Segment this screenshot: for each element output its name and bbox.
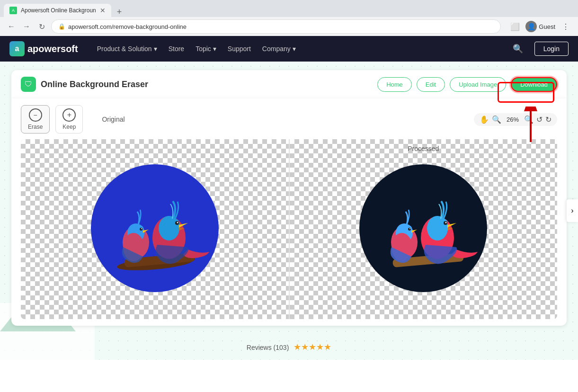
svg-point-20 bbox=[409, 228, 410, 229]
processed-label: Processed bbox=[408, 145, 439, 152]
chevron-down-icon: ▾ bbox=[293, 45, 296, 53]
browser-chrome: A Apowersoft Online Backgroun ✕ + ← → ↻ … bbox=[0, 0, 578, 36]
svg-point-5 bbox=[134, 225, 144, 234]
erase-icon: − bbox=[29, 108, 42, 122]
zoom-in-button[interactable]: 🔍 bbox=[524, 115, 534, 124]
nav-links: Product & Solution ▾ Store Topic ▾ Suppo… bbox=[93, 43, 300, 54]
menu-button[interactable]: ⋮ bbox=[559, 20, 572, 33]
processed-image bbox=[355, 160, 492, 299]
keep-label: Keep bbox=[62, 124, 76, 130]
tool-title-area: 🛡 Online Background Eraser bbox=[21, 77, 148, 92]
site-navigation: a apowersoft Product & Solution ▾ Store … bbox=[0, 36, 578, 62]
rotate-right-button[interactable]: ↻ bbox=[545, 115, 551, 124]
logo[interactable]: a apowersoft bbox=[9, 41, 78, 56]
tool-nav-buttons: Home Edit Upload Image Download bbox=[377, 77, 557, 92]
original-label: Original bbox=[102, 116, 124, 123]
search-button[interactable]: 🔍 bbox=[513, 44, 523, 54]
sidebar-toggle-button[interactable]: › bbox=[567, 199, 578, 222]
address-bar: ← → ↻ 🔒 apowersoft.com/remove-background… bbox=[0, 17, 578, 36]
svg-point-6 bbox=[140, 228, 142, 231]
url-text: apowersoft.com/remove-background-online bbox=[68, 23, 494, 30]
nav-topic[interactable]: Topic ▾ bbox=[192, 43, 220, 54]
tool-container: 🛡 Online Background Eraser Home Edit Upl… bbox=[0, 62, 578, 334]
edit-nav-button[interactable]: Edit bbox=[417, 77, 445, 92]
tab-title: Apowersoft Online Backgroun bbox=[21, 7, 96, 14]
nav-product-solution[interactable]: Product & Solution ▾ bbox=[93, 43, 161, 54]
upload-image-button[interactable]: Upload Image bbox=[450, 77, 506, 92]
logo-text: apowersoft bbox=[27, 44, 78, 54]
editor-area: − Erase + Keep Original ✋ 🔍 26% bbox=[11, 98, 567, 326]
tool-icon: 🛡 bbox=[21, 77, 36, 92]
chevron-down-icon: ▾ bbox=[154, 45, 157, 53]
chevron-down-icon: ▾ bbox=[213, 45, 216, 53]
zoom-out-button[interactable]: 🔍 bbox=[492, 115, 501, 124]
new-tab-button[interactable]: + bbox=[113, 7, 126, 17]
active-tab[interactable]: A Apowersoft Online Backgroun ✕ bbox=[4, 4, 111, 17]
tool-header: 🛡 Online Background Eraser Home Edit Upl… bbox=[11, 70, 567, 98]
login-button[interactable]: Login bbox=[534, 42, 569, 56]
home-nav-button[interactable]: Home bbox=[377, 77, 412, 92]
nav-company[interactable]: Company ▾ bbox=[258, 43, 300, 54]
extensions-button[interactable]: ⬜ bbox=[508, 20, 522, 33]
rotate-left-button[interactable]: ↺ bbox=[536, 115, 542, 124]
svg-point-19 bbox=[408, 228, 411, 231]
nav-store[interactable]: Store bbox=[165, 43, 188, 54]
canvas-area: Processed bbox=[21, 139, 557, 319]
forward-button[interactable]: → bbox=[21, 21, 32, 32]
original-image bbox=[86, 160, 223, 299]
erase-keep-tools: − Erase + Keep bbox=[21, 105, 83, 134]
editor-toolbar: − Erase + Keep Original ✋ 🔍 26% bbox=[21, 105, 557, 134]
erase-label: Erase bbox=[28, 124, 43, 130]
keep-tool-button[interactable]: + Keep bbox=[55, 105, 83, 134]
page-content: 🛡 Online Background Eraser Home Edit Upl… bbox=[0, 62, 578, 360]
logo-icon: a bbox=[9, 41, 25, 56]
tool-name: Online Background Eraser bbox=[41, 80, 148, 89]
svg-point-13 bbox=[177, 222, 178, 223]
processed-canvas-panel: Processed bbox=[290, 139, 558, 319]
guest-label: Guest bbox=[539, 23, 555, 30]
tab-favicon: A bbox=[9, 7, 17, 14]
zoom-controls: ✋ 🔍 26% 🔍 ↺ ↻ bbox=[474, 113, 557, 126]
processed-bird-svg bbox=[355, 160, 492, 297]
nav-support[interactable]: Support bbox=[224, 43, 255, 54]
url-input[interactable]: 🔒 apowersoft.com/remove-background-onlin… bbox=[51, 19, 501, 34]
keep-icon: + bbox=[62, 108, 76, 122]
lock-icon: 🔒 bbox=[58, 23, 65, 30]
svg-point-7 bbox=[141, 228, 142, 229]
tab-bar: A Apowersoft Online Backgroun ✕ + bbox=[0, 0, 578, 17]
original-canvas-panel bbox=[21, 139, 289, 319]
browser-right-icons: ⬜ 👤 Guest ⋮ bbox=[508, 20, 572, 33]
avatar: 👤 bbox=[525, 21, 537, 32]
svg-point-26 bbox=[445, 222, 447, 223]
zoom-level-display: 26% bbox=[504, 116, 521, 123]
svg-point-18 bbox=[403, 225, 412, 234]
hand-tool-button[interactable]: ✋ bbox=[480, 115, 489, 124]
back-button[interactable]: ← bbox=[6, 21, 17, 32]
reload-button[interactable]: ↻ bbox=[36, 21, 47, 32]
erase-tool-button[interactable]: − Erase bbox=[21, 105, 50, 134]
original-bird-svg bbox=[86, 160, 223, 297]
download-button[interactable]: Download bbox=[511, 77, 557, 92]
tab-close-button[interactable]: ✕ bbox=[100, 7, 106, 14]
profile-button[interactable]: 👤 Guest bbox=[525, 21, 555, 32]
